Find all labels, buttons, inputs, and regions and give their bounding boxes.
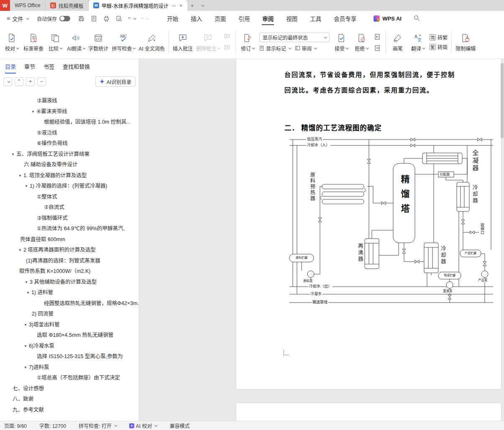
delete-comment-button[interactable]: 删除批注	[194, 28, 221, 56]
collapse-arrow-icon[interactable]: ▼	[25, 184, 28, 188]
toc-item[interactable]: ▼⑤液泛线	[0, 128, 139, 139]
markup-state-select[interactable]: 显示标记的最终状态	[259, 33, 330, 42]
toc-item[interactable]: ▼经圆整选取热轧无缝钢管，规格Φ42×3m...	[0, 298, 139, 309]
file-menu[interactable]: ≡ 文件	[4, 15, 31, 23]
simplified-to-traditional-button[interactable]: 简 转繁	[430, 34, 448, 41]
tab-template-store[interactable]: 稻 找稻壳模板	[46, 0, 89, 11]
search-icon[interactable]	[413, 15, 420, 23]
save-icon[interactable]	[77, 14, 85, 23]
tab-wps-office[interactable]: WPS Office	[10, 0, 46, 11]
translate-button[interactable]: A文 翻译	[408, 28, 428, 56]
toc-expand-icon[interactable]: +	[26, 77, 35, 86]
process-flow-diagram[interactable]: 低压蒸汽 冷却水（入） 全凝器 分配器 精馏塔 原料预热器 冷却器 再沸器 冷却…	[283, 136, 497, 308]
tab-preview-icon[interactable]: ▭	[172, 3, 176, 8]
toc-item[interactable]: ▼①整体式	[0, 192, 139, 203]
print-preview-icon[interactable]	[115, 14, 123, 23]
toc-item[interactable]: ▼六 辅助设备及零件设计	[0, 160, 139, 170]
ribbon-tab[interactable]: 审阅	[256, 11, 280, 26]
show-markup-button[interactable]: 显示标记	[259, 45, 291, 52]
collapse-arrow-icon[interactable]: ▼	[25, 280, 28, 284]
collapse-arrow-icon[interactable]: ▼	[24, 366, 27, 369]
toc-collapse-icon[interactable]: ⌃	[15, 77, 23, 86]
toc-item[interactable]: ▼1) 冷凝器的选择：(列管式冷凝器)	[0, 181, 139, 192]
reject-button[interactable]: 拒绝	[351, 28, 371, 56]
toc-item[interactable]: ▼五．浮阀塔板工艺设计计算结果	[0, 149, 139, 160]
collapse-arrow-icon[interactable]: ▼	[18, 248, 22, 252]
compatibility-mode-badge[interactable]: 兼容模式	[169, 422, 189, 429]
standard-review-button[interactable]: 标准审查	[22, 28, 45, 56]
sidebar-tab[interactable]: 章节	[24, 62, 35, 70]
collapse-arrow-icon[interactable]: ▼	[11, 153, 15, 156]
proofread-button[interactable]: 校对	[2, 28, 22, 56]
toc-item[interactable]: ▼九．参考文献	[0, 405, 139, 416]
toc-item[interactable]: ▼根据经验值，因该塔径 1.0m 控制其...	[0, 117, 139, 128]
toc-item[interactable]: ▼⑥操作负荷线	[0, 138, 139, 149]
undo-icon[interactable]	[127, 14, 136, 23]
autosave-toggle[interactable]	[59, 16, 70, 21]
toc-item[interactable]: ▼选取 Φ180×4.5mm 热轧无缝钢管	[0, 330, 139, 341]
tab-list-icon[interactable]	[197, 0, 207, 11]
track-changes-button[interactable]: 修订	[238, 28, 258, 56]
toc-item[interactable]: ▼②自流式	[0, 202, 139, 213]
word-count-indicator[interactable]: 字数: 12700	[39, 422, 66, 429]
ribbon-tab[interactable]: 工具	[304, 11, 327, 26]
ribbon-tab[interactable]: 插入	[184, 11, 208, 26]
toc-item[interactable]: ▼(1)再沸器的选择：列管式蒸发器	[0, 256, 139, 267]
prev-change-icon[interactable]	[372, 33, 382, 41]
paragraph[interactable]: 回流比。考虑各方面综合因素，采用重力回流。	[284, 85, 489, 94]
ai-proofread-status[interactable]: A AI 校对	[129, 422, 157, 429]
toc-item[interactable]: ▼④雾沫夹带线	[0, 107, 139, 117]
toc-item[interactable]: ▼1) 进料管	[0, 288, 139, 298]
paragraph[interactable]: 台回流泵，节省设备费用，但用泵强制回流，便于控制	[284, 70, 489, 79]
tab-document[interactable]: W 甲醇-水体系浮阀精馏塔的设计 ▭ ✕	[89, 0, 187, 11]
document-page[interactable]: 台回流泵，节省设备费用，但用泵强制回流，便于控制 回流比。考虑各方面综合因素，采…	[236, 59, 501, 389]
ribbon-tab[interactable]: 视图	[280, 11, 304, 26]
collapse-arrow-icon[interactable]: ▼	[24, 323, 27, 327]
page-indicator[interactable]: 页面: 9/60	[4, 422, 27, 429]
toc-item[interactable]: ▼7)进料泵	[0, 362, 139, 373]
collapse-arrow-icon[interactable]: ▼	[24, 344, 27, 348]
scrollbar-thumb[interactable]	[501, 63, 504, 138]
collapse-arrow-icon[interactable]: ▼	[31, 110, 35, 114]
toc-item[interactable]: ▼选择 IS150-125-315 型离心泵,参数为	[0, 351, 139, 362]
tab-close-icon[interactable]: ✕	[179, 3, 182, 8]
toc-item[interactable]: ▼①热流体为 64.9℃的 99%的甲醇蒸汽,	[0, 224, 139, 234]
ribbon-tab[interactable]: 页面	[208, 11, 232, 26]
toc-item[interactable]: ▼七．设计感想	[0, 384, 139, 394]
ai-read-button[interactable]: AI朗读	[65, 28, 87, 56]
collapse-arrow-icon[interactable]: ▼	[18, 174, 22, 178]
ribbon-tab[interactable]: 会员专享	[327, 11, 363, 26]
next-document-page[interactable]	[236, 403, 501, 421]
toc-item[interactable]: ▼①塔总高（不包括群座）由下式决定	[0, 373, 139, 384]
insert-comment-button[interactable]: 插入批注	[171, 28, 194, 56]
toc-item[interactable]: ▼2 塔底再沸器面积的计算及选型	[0, 245, 139, 256]
toc-item[interactable]: ▼③漏液线	[0, 96, 139, 107]
toc-collapse-all-icon[interactable]: −	[37, 77, 46, 86]
collapse-arrow-icon[interactable]: ▼	[26, 291, 30, 295]
sidebar-tab[interactable]: 查找和替换	[63, 62, 90, 70]
sidebar-tab[interactable]: 目录	[5, 62, 16, 70]
vertical-scrollbar[interactable]	[501, 61, 504, 419]
ribbon-tab[interactable]: 引用	[232, 11, 256, 26]
toc-level-dropdown[interactable]	[3, 77, 12, 86]
toc-item[interactable]: ▼③强制循环式	[0, 213, 139, 224]
ai-recognize-toc-button[interactable]: AI识别目录	[95, 76, 136, 87]
toc-item[interactable]: ▼6)冷凝水泵	[0, 341, 139, 352]
spellcheck-status[interactable]: 拼写检查: 打开	[79, 422, 117, 429]
word-count-button[interactable]: 123 字数统计	[87, 28, 110, 56]
toc-item[interactable]: ▼壳体直径取 600mm	[0, 234, 139, 245]
compare-button[interactable]: 比较	[45, 28, 65, 56]
new-tab-button[interactable]: +	[187, 0, 197, 11]
next-comment-icon[interactable]	[222, 44, 232, 52]
section-heading[interactable]: 二． 精馏的工艺流程图的确定	[284, 122, 382, 132]
output-icon[interactable]	[90, 14, 98, 23]
toc-item[interactable]: ▼1. 塔顶全凝器的计算及选型	[0, 170, 139, 181]
wps-logo-icon[interactable]: W	[0, 0, 10, 11]
toc-item[interactable]: ▼2) 回流管	[0, 309, 139, 320]
ribbon-tab[interactable]: 开始	[161, 11, 184, 26]
accept-button[interactable]: 接受	[331, 28, 351, 56]
pen-button[interactable]: 画笔	[388, 28, 408, 56]
prev-comment-icon[interactable]	[222, 33, 232, 41]
review-pane-button[interactable]: 审阅	[295, 45, 316, 52]
redo-icon[interactable]	[140, 14, 148, 23]
